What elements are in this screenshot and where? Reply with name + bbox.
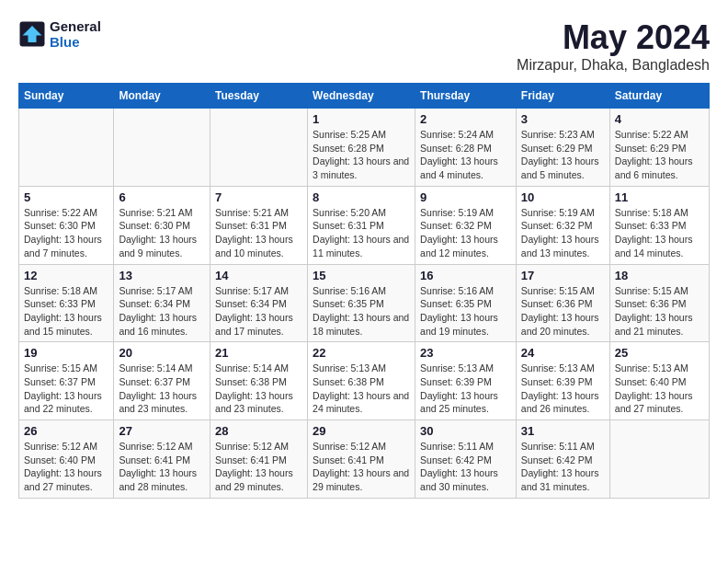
calendar-cell: 10Sunrise: 5:19 AM Sunset: 6:32 PM Dayli… [516,186,609,264]
calendar-cell: 27Sunrise: 5:12 AM Sunset: 6:41 PM Dayli… [114,420,210,499]
day-info: Sunrise: 5:11 AM Sunset: 6:42 PM Dayligh… [521,440,605,494]
day-info: Sunrise: 5:21 AM Sunset: 6:31 PM Dayligh… [215,206,302,260]
day-info: Sunrise: 5:14 AM Sunset: 6:38 PM Dayligh… [215,362,302,416]
day-number: 12 [24,269,108,282]
day-number: 18 [615,269,704,282]
day-info: Sunrise: 5:13 AM Sunset: 6:38 PM Dayligh… [313,362,410,416]
day-header-saturday: Saturday [609,84,709,109]
calendar-cell: 22Sunrise: 5:13 AM Sunset: 6:38 PM Dayli… [308,342,415,420]
day-info: Sunrise: 5:12 AM Sunset: 6:40 PM Dayligh… [24,440,108,494]
day-number: 31 [521,424,605,438]
day-info: Sunrise: 5:17 AM Sunset: 6:34 PM Dayligh… [119,284,205,339]
day-number: 6 [119,190,205,204]
logo-text: General Blue [50,18,101,50]
calendar-cell: 14Sunrise: 5:17 AM Sunset: 6:34 PM Dayli… [210,264,308,342]
day-header-friday: Friday [516,84,609,109]
logo: General Blue [18,18,101,50]
calendar-cell: 25Sunrise: 5:13 AM Sunset: 6:40 PM Dayli… [609,342,709,420]
calendar-cell: 8Sunrise: 5:20 AM Sunset: 6:31 PM Daylig… [308,186,415,264]
calendar-body: 1Sunrise: 5:25 AM Sunset: 6:28 PM Daylig… [19,109,710,499]
calendar-cell: 18Sunrise: 5:15 AM Sunset: 6:36 PM Dayli… [609,264,709,342]
main-title: May 2024 [517,18,710,57]
calendar-cell: 31Sunrise: 5:11 AM Sunset: 6:42 PM Dayli… [516,420,609,499]
day-number: 21 [215,346,302,360]
day-number: 27 [119,424,205,438]
day-info: Sunrise: 5:19 AM Sunset: 6:32 PM Dayligh… [521,206,605,260]
calendar-week-4: 19Sunrise: 5:15 AM Sunset: 6:37 PM Dayli… [19,342,710,420]
day-info: Sunrise: 5:12 AM Sunset: 6:41 PM Dayligh… [313,440,410,494]
day-number: 2 [420,112,511,126]
calendar-cell: 1Sunrise: 5:25 AM Sunset: 6:28 PM Daylig… [308,109,415,187]
calendar-header-row: SundayMondayTuesdayWednesdayThursdayFrid… [19,84,710,109]
calendar-cell: 21Sunrise: 5:14 AM Sunset: 6:38 PM Dayli… [210,342,308,420]
day-info: Sunrise: 5:13 AM Sunset: 6:40 PM Dayligh… [615,362,704,416]
day-number: 25 [615,346,704,360]
day-header-sunday: Sunday [19,84,114,109]
day-info: Sunrise: 5:16 AM Sunset: 6:35 PM Dayligh… [313,284,410,339]
day-info: Sunrise: 5:18 AM Sunset: 6:33 PM Dayligh… [24,284,108,339]
calendar-cell: 5Sunrise: 5:22 AM Sunset: 6:30 PM Daylig… [19,186,114,264]
day-header-wednesday: Wednesday [308,84,415,109]
day-info: Sunrise: 5:21 AM Sunset: 6:30 PM Dayligh… [119,206,205,260]
calendar-cell [114,109,210,187]
day-header-thursday: Thursday [415,84,517,109]
calendar-cell: 2Sunrise: 5:24 AM Sunset: 6:28 PM Daylig… [415,109,517,187]
title-section: May 2024 Mirzapur, Dhaka, Bangladesh [517,18,710,74]
calendar-cell: 23Sunrise: 5:13 AM Sunset: 6:39 PM Dayli… [415,342,517,420]
day-info: Sunrise: 5:22 AM Sunset: 6:30 PM Dayligh… [24,206,108,260]
day-info: Sunrise: 5:13 AM Sunset: 6:39 PM Dayligh… [420,362,511,416]
day-number: 26 [24,424,108,438]
calendar-week-2: 5Sunrise: 5:22 AM Sunset: 6:30 PM Daylig… [19,186,710,264]
day-info: Sunrise: 5:20 AM Sunset: 6:31 PM Dayligh… [313,206,410,260]
day-number: 7 [215,190,302,204]
calendar-cell: 24Sunrise: 5:13 AM Sunset: 6:39 PM Dayli… [516,342,609,420]
calendar-cell: 20Sunrise: 5:14 AM Sunset: 6:37 PM Dayli… [114,342,210,420]
calendar-cell: 3Sunrise: 5:23 AM Sunset: 6:29 PM Daylig… [516,109,609,187]
day-info: Sunrise: 5:14 AM Sunset: 6:37 PM Dayligh… [119,362,205,416]
day-info: Sunrise: 5:18 AM Sunset: 6:33 PM Dayligh… [615,206,704,260]
day-number: 15 [313,269,410,282]
calendar-cell [210,109,308,187]
day-info: Sunrise: 5:12 AM Sunset: 6:41 PM Dayligh… [215,440,302,494]
day-info: Sunrise: 5:22 AM Sunset: 6:29 PM Dayligh… [615,128,704,182]
calendar-cell [609,420,709,499]
calendar-week-5: 26Sunrise: 5:12 AM Sunset: 6:40 PM Dayli… [19,420,710,499]
calendar-cell: 7Sunrise: 5:21 AM Sunset: 6:31 PM Daylig… [210,186,308,264]
calendar-cell: 6Sunrise: 5:21 AM Sunset: 6:30 PM Daylig… [114,186,210,264]
day-number: 28 [215,424,302,438]
day-info: Sunrise: 5:25 AM Sunset: 6:28 PM Dayligh… [313,128,410,182]
day-info: Sunrise: 5:12 AM Sunset: 6:41 PM Dayligh… [119,440,205,494]
day-header-tuesday: Tuesday [210,84,308,109]
day-info: Sunrise: 5:15 AM Sunset: 6:36 PM Dayligh… [521,284,605,339]
calendar-cell: 4Sunrise: 5:22 AM Sunset: 6:29 PM Daylig… [609,109,709,187]
calendar-cell: 11Sunrise: 5:18 AM Sunset: 6:33 PM Dayli… [609,186,709,264]
day-number: 19 [24,346,108,360]
day-number: 1 [313,112,410,126]
day-number: 20 [119,346,205,360]
calendar-table: SundayMondayTuesdayWednesdayThursdayFrid… [18,83,710,499]
calendar-cell: 15Sunrise: 5:16 AM Sunset: 6:35 PM Dayli… [308,264,415,342]
calendar-cell: 26Sunrise: 5:12 AM Sunset: 6:40 PM Dayli… [19,420,114,499]
day-number: 4 [615,112,704,126]
calendar-cell: 30Sunrise: 5:11 AM Sunset: 6:42 PM Dayli… [415,420,517,499]
day-info: Sunrise: 5:15 AM Sunset: 6:36 PM Dayligh… [615,284,704,339]
day-number: 30 [420,424,511,438]
day-info: Sunrise: 5:11 AM Sunset: 6:42 PM Dayligh… [420,440,511,494]
day-info: Sunrise: 5:13 AM Sunset: 6:39 PM Dayligh… [521,362,605,416]
day-number: 9 [420,190,511,204]
day-number: 10 [521,190,605,204]
day-number: 11 [615,190,704,204]
day-number: 14 [215,269,302,282]
calendar-cell: 12Sunrise: 5:18 AM Sunset: 6:33 PM Dayli… [19,264,114,342]
calendar-week-3: 12Sunrise: 5:18 AM Sunset: 6:33 PM Dayli… [19,264,710,342]
day-number: 17 [521,269,605,282]
header: General Blue May 2024 Mirzapur, Dhaka, B… [18,18,710,74]
calendar-cell: 19Sunrise: 5:15 AM Sunset: 6:37 PM Dayli… [19,342,114,420]
calendar-cell [19,109,114,187]
subtitle: Mirzapur, Dhaka, Bangladesh [517,57,710,74]
day-info: Sunrise: 5:15 AM Sunset: 6:37 PM Dayligh… [24,362,108,416]
logo-icon [18,20,46,48]
calendar-cell: 16Sunrise: 5:16 AM Sunset: 6:35 PM Dayli… [415,264,517,342]
day-header-monday: Monday [114,84,210,109]
calendar-cell: 9Sunrise: 5:19 AM Sunset: 6:32 PM Daylig… [415,186,517,264]
